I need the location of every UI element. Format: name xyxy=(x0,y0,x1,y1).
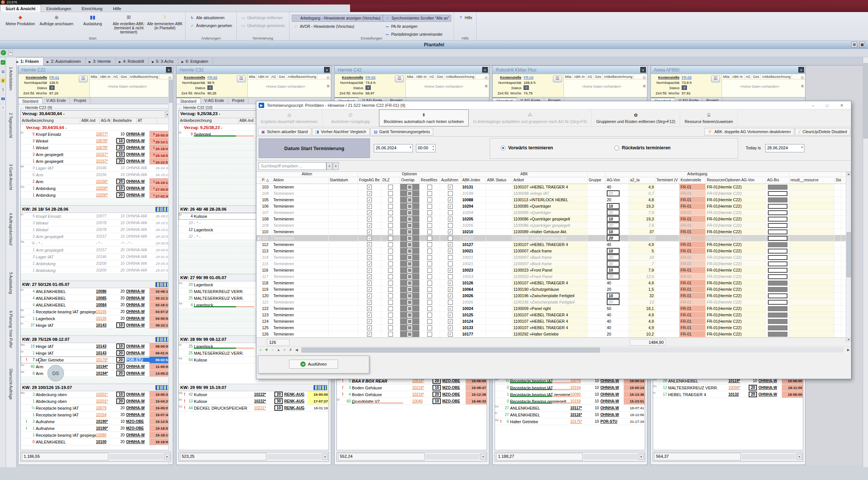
abk-index-link[interactable]: 10084 xyxy=(96,303,115,307)
panel-hscroll-track[interactable] xyxy=(267,454,321,459)
note-icon[interactable]: ▮ xyxy=(1,78,5,83)
bestelladresse-link[interactable]: RENK-AUG xyxy=(284,406,308,410)
abk-index-link[interactable]: 10157* xyxy=(96,159,115,163)
list-row[interactable]: i3Aufnahme10190*10MZO-OBE15-12:52 xyxy=(21,418,171,425)
link-icon[interactable]: ⎘ xyxy=(327,76,330,80)
abk-index-link[interactable]: 10132 xyxy=(728,392,747,396)
column-header-a2_ta[interactable]: a2_ta xyxy=(629,177,655,184)
load-chart-button[interactable]: ▮▮Auslastung xyxy=(75,13,111,26)
list-icon[interactable]: ≣ xyxy=(801,84,804,88)
register-tab-6[interactable]: ▶6: Entgraten xyxy=(178,58,213,66)
table-horizontal-scrollbar[interactable] xyxy=(302,348,844,352)
abk-index-link[interactable]: 10200* xyxy=(96,186,115,190)
capacity-cube-button[interactable]: ◫ xyxy=(553,76,562,82)
abk-index-link[interactable]: 10155 xyxy=(96,310,115,314)
dialog-table-row[interactable]: 116Terminieren✓✓100231100023 »Front Pane… xyxy=(256,267,851,273)
register-tab-5[interactable]: ▶5: 3-Achs xyxy=(149,58,178,66)
start-time-spinner[interactable]: 00:00▲▼ xyxy=(416,144,436,152)
column-header-Overlap[interactable]: Overlap xyxy=(400,177,420,184)
page-vertical-scrollbar[interactable] xyxy=(863,57,868,467)
list-row[interactable]: Mo3Abdeckung oben10201*10OHNHA-W15-00:34 xyxy=(21,391,171,398)
status-help-icon[interactable]: ? xyxy=(365,85,371,90)
list-row[interactable]: Do1Lagerbock1013920OHNHA-W04-00:00 xyxy=(21,315,171,322)
bestelladresse-link[interactable]: OHNHA-W xyxy=(126,406,149,410)
bestelladresse-link[interactable]: OHNHA-W xyxy=(126,440,149,444)
list-row[interactable]: 1Arm gespiegelt10157*20OHNHA-W125-22:57 xyxy=(21,158,171,165)
list-row[interactable]: Mi9Lager IAT1014610OHNHA-WA26-04:30 xyxy=(21,165,171,172)
list-row[interactable]: Sa¼- * -- * --*-- * -29-00:00 xyxy=(21,240,171,247)
search-input[interactable]: Suchbegriff eingeben ... xyxy=(259,162,326,170)
list-row[interactable]: Fr37Hinge IAT1014310OHNHA-W05-22:11 xyxy=(21,322,171,329)
column-header-Startdatum[interactable]: Startdatum xyxy=(329,177,358,184)
status-help-icon[interactable]: ? xyxy=(207,85,213,90)
grid-icon[interactable]: ⊞ xyxy=(851,42,857,47)
list-row[interactable]: Mo!42Kulisse10222*20RENK-AUG15-00:00 xyxy=(179,391,329,398)
refresh-button[interactable]: ↻Alle aktualisieren xyxy=(188,15,234,21)
sidebar-view-label-1[interactable]: 1 Arbeitslisten xyxy=(9,67,13,90)
abk-index-link[interactable]: 10139 xyxy=(96,316,115,321)
abk-index-link[interactable]: 10190* xyxy=(96,426,115,430)
dialog-table-row[interactable]: 124Terminieren✓✓101241100107 »HEBEL TRAE… xyxy=(256,318,851,325)
ok-icon[interactable]: ✓ xyxy=(1,60,5,65)
dialog-table-row[interactable]: 119Terminieren✓✓100641100190 »Schutzgehä… xyxy=(256,286,851,293)
column-header-AG-Von[interactable]: AG-Von xyxy=(606,177,629,184)
close-icon[interactable]: x xyxy=(482,67,488,73)
list-row[interactable]: 3Arm gespiegelt1015710OHNHA-WA28-20:03 xyxy=(21,233,171,240)
list-row[interactable]: i1Aufnahme10190*20MZO-OBE15-16:52 xyxy=(21,425,171,432)
search-icon[interactable]: ○ xyxy=(1,105,5,110)
dialog-table-row[interactable]: 117Terminieren✓100231100023 »Front Panel… xyxy=(256,273,851,280)
bestelladresse-link[interactable]: OHNHA-W xyxy=(126,193,149,197)
cancel-row-icon[interactable]: ✗ xyxy=(288,348,293,352)
ribbon-tab-einrichtung[interactable]: Einrichtung xyxy=(76,5,108,12)
ribbon-tab-einstellungen[interactable]: Einstellungen xyxy=(41,5,76,12)
list-row[interactable]: Fr27ANLENKHEBEL10116*10OHNHA-W19-12:06 xyxy=(495,412,645,418)
bestelladresse-link[interactable]: OHNHA-W xyxy=(126,351,149,355)
panel-tab-standard[interactable]: Standard xyxy=(177,97,201,104)
panel-scrollbar[interactable] xyxy=(168,79,173,465)
abk-index-link[interactable]: 10078* xyxy=(96,139,115,143)
column-header-ResourcenOptionen AG-Von[interactable]: ResourcenOptionen AG-Von xyxy=(706,177,766,184)
list-row[interactable]: Fr5Knopf Einsatz1007710OHNHA-WA28-09:23 xyxy=(21,213,171,220)
sidebar-view-label-6[interactable]: 6 Planung: freie Puffer xyxy=(9,311,13,348)
status-help-icon[interactable]: ? xyxy=(524,85,529,90)
scroll-right-icon[interactable]: ▶ xyxy=(846,348,851,352)
abk-index-link[interactable]: 10077* xyxy=(96,132,115,136)
dialog-table-row[interactable]: 110Terminieren✓✓102101100089 »Halter Geh… xyxy=(256,229,851,235)
broom-button[interactable]: ╱CleanUp/Delete Disabled xyxy=(795,128,850,135)
bestelladresse-link[interactable]: OHNHA-W xyxy=(126,365,149,369)
help-button[interactable]: ?Hilfe xyxy=(456,15,474,21)
bestelladresse-link[interactable]: MZO-OBE xyxy=(442,379,466,383)
abk-index-link[interactable]: 10079 xyxy=(570,379,589,383)
dialog-table-row[interactable]: 112Terminieren✓✓101271100107 »HEBEL TRAE… xyxy=(256,242,851,248)
list-row[interactable]: Fr17HEBEL TRAEGER 41013220OHNHA-W19-06:0… xyxy=(653,391,803,398)
search-down-button[interactable]: ∨ xyxy=(333,162,339,170)
list-row[interactable]: 6Arm1015610OHNHA-WA26-15:12 xyxy=(21,172,171,178)
chart-icon[interactable]: ▮▮ xyxy=(1,96,5,101)
list-row[interactable]: Do12MALTESERKREUZ VERR.10094*20OHNHA-W18… xyxy=(653,384,803,391)
capacity-cube-button[interactable]: ◫ xyxy=(79,76,88,82)
abk-index-link[interactable]: 10018* xyxy=(412,379,431,383)
bestelladresse-link[interactable]: OHNHA-W xyxy=(126,310,149,314)
link-icon[interactable]: ⎘ xyxy=(801,76,804,80)
list-row[interactable]: 0Receptacle bearing IAT1015410OHNHA-W15-… xyxy=(495,384,645,391)
bestelladresse-link[interactable]: OHNHA-W xyxy=(126,139,149,143)
dialog-table-row[interactable]: 103Terminieren✓✓101311100107 »HEBEL TRAE… xyxy=(256,184,851,190)
save-button[interactable]: ▣Sichern aktueller Stand xyxy=(258,128,311,135)
abk-index-link[interactable]: 10200* xyxy=(96,193,115,197)
dialog-table-row[interactable]: 121Terminieren✓100261100196 »Zwischenpla… xyxy=(256,299,851,305)
abk-index-link[interactable]: 10194* xyxy=(96,365,115,369)
list-row[interactable]: !4Boden Gehäuse10219*20MZO-OBE15-12:39 xyxy=(337,391,487,398)
abk-index-link[interactable]: 10040 xyxy=(412,399,431,403)
column-header-Artikel[interactable]: Artikel xyxy=(512,177,588,184)
abk-index-link[interactable]: 10080 xyxy=(96,433,115,437)
abk-index-link[interactable]: 10078* xyxy=(96,146,115,150)
column-header-indicator[interactable] xyxy=(256,177,261,184)
bestelladresse-link[interactable]: RENK-AUG xyxy=(284,399,308,403)
list-row[interactable]: Sa8Arm10194*20OHNHA-W13-05:20 xyxy=(21,370,171,377)
abk-index-link[interactable]: 10156* xyxy=(96,179,115,184)
register-tab-4[interactable]: ▶4: Robodrill xyxy=(116,58,149,66)
status-help-icon[interactable]: ? xyxy=(682,85,687,90)
post-row-icon[interactable]: ✓ xyxy=(282,348,287,352)
link-icon[interactable]: ⎘ xyxy=(643,76,646,80)
ribbon-tab-hilfe[interactable]: Hilfe xyxy=(108,5,126,12)
